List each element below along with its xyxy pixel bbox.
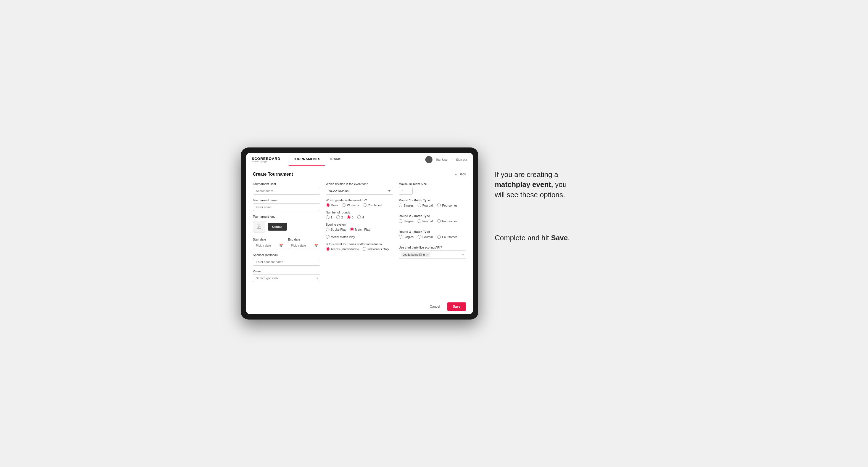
gender-womens[interactable]: Womens — [342, 203, 359, 207]
round1-singles-radio[interactable] — [399, 204, 402, 207]
team-teams-radio[interactable] — [326, 247, 330, 251]
team-individuals-radio[interactable] — [363, 247, 366, 251]
api-tag-label: Leaderboard King — [403, 253, 425, 256]
rounds-2-label: 2 — [341, 216, 343, 219]
upload-button[interactable]: Upload — [268, 223, 287, 230]
page-title: Create Tournament — [253, 172, 293, 177]
form-col-1: Tournament Host Tournament name Tourname… — [253, 182, 320, 282]
tournament-name-input[interactable] — [253, 203, 320, 211]
round2-singles-label: Singles — [404, 220, 414, 223]
scoring-medal-radio[interactable] — [326, 235, 330, 239]
round3-match-type: Round 3 - Match Type Singles Fourball — [399, 230, 466, 239]
round1-fourball[interactable]: Fourball — [417, 204, 434, 207]
team-individuals[interactable]: Individuals Only — [363, 247, 389, 251]
round3-fourball[interactable]: Fourball — [417, 235, 434, 239]
scoring-label: Scoring system — [326, 223, 393, 226]
nav-link-teams[interactable]: TEAMS — [325, 153, 346, 166]
round1-match-type: Round 1 - Match Type Singles Fourball — [399, 198, 466, 207]
round2-foursomes-label: Foursomes — [442, 220, 457, 223]
tournament-name-group: Tournament name — [253, 198, 320, 211]
nav-links: TOURNAMENTS TEAMS — [288, 153, 425, 166]
scoring-match-radio[interactable] — [350, 227, 354, 231]
scoring-medal-label: Medal Match Play — [331, 235, 355, 239]
rounds-label: Number of rounds — [326, 211, 393, 214]
gender-combined[interactable]: Combined — [363, 203, 382, 207]
round2-singles[interactable]: Singles — [399, 219, 414, 223]
gender-combined-radio[interactable] — [363, 203, 367, 207]
gender-combined-label: Combined — [368, 204, 382, 207]
round3-fourball-radio[interactable] — [417, 235, 421, 239]
round1-foursomes-label: Foursomes — [442, 204, 457, 207]
save-button[interactable]: Save — [447, 302, 466, 311]
rounds-group: Number of rounds 1 2 — [326, 211, 393, 219]
sponsor-group: Sponsor (optional) — [253, 253, 320, 266]
scoring-match[interactable]: Match Play — [350, 227, 370, 231]
rounds-2-radio[interactable] — [336, 215, 340, 219]
round3-radio-group: Singles Fourball Foursomes — [399, 235, 466, 239]
max-team-size-group: Maximum Team Size — [399, 182, 466, 195]
sponsor-label: Sponsor (optional) — [253, 253, 320, 256]
round3-foursomes-radio[interactable] — [437, 235, 441, 239]
round1-singles[interactable]: Singles — [399, 204, 414, 207]
top-annotation: If you are creating a matchplay event, y… — [495, 169, 572, 200]
api-tag-close[interactable]: ✕ — [426, 253, 428, 256]
team-individuals-label-text: Individuals Only — [368, 247, 389, 251]
cancel-button[interactable]: Cancel — [425, 302, 444, 311]
bottom-annotation-bold: Save — [551, 234, 568, 242]
end-date-group: End date 📅 — [288, 237, 320, 249]
bottom-annotation-prefix: Complete and hit — [495, 234, 551, 242]
venue-wrapper: ▾ — [253, 274, 320, 282]
division-select[interactable]: NCAA Division I — [326, 187, 393, 195]
round1-foursomes[interactable]: Foursomes — [437, 204, 457, 207]
rounds-3[interactable]: 3 — [347, 215, 353, 219]
scoring-stroke-radio[interactable] — [326, 227, 330, 231]
gender-mens-radio[interactable] — [326, 203, 330, 207]
back-button[interactable]: ← Back — [454, 172, 466, 176]
tournament-host-input[interactable] — [253, 187, 320, 195]
nav-link-tournaments[interactable]: TOURNAMENTS — [288, 153, 325, 166]
max-team-size-label: Maximum Team Size — [399, 182, 466, 186]
separator: | — [452, 158, 453, 161]
scoring-medal[interactable]: Medal Match Play — [326, 235, 355, 239]
gender-mens[interactable]: Mens — [326, 203, 338, 207]
round1-radio-group: Singles Fourball Foursomes — [399, 204, 466, 207]
venue-input[interactable] — [253, 274, 320, 282]
round2-foursomes[interactable]: Foursomes — [437, 219, 457, 223]
round2-label: Round 2 - Match Type — [399, 214, 466, 218]
app-title: SCOREBOARD — [252, 157, 281, 160]
round2-fourball[interactable]: Fourball — [417, 219, 434, 223]
rounds-2[interactable]: 2 — [336, 215, 343, 219]
sign-out-link[interactable]: Sign out — [456, 158, 467, 161]
scoring-stroke[interactable]: Stroke Play — [326, 227, 346, 231]
api-label: Use third-party live scoring API? — [399, 246, 466, 249]
round3-singles-radio[interactable] — [399, 235, 402, 239]
round2-foursomes-radio[interactable] — [437, 219, 441, 223]
gender-womens-radio[interactable] — [342, 203, 345, 207]
rounds-4-radio[interactable] — [358, 215, 361, 219]
form-columns: Tournament Host Tournament name Tourname… — [253, 182, 466, 282]
round3-foursomes[interactable]: Foursomes — [437, 235, 457, 239]
calendar-icon-end: 📅 — [314, 244, 318, 247]
venue-label: Venue — [253, 270, 320, 273]
api-tag: Leaderboard King ✕ — [401, 252, 430, 257]
chevron-down-icon: ▾ — [316, 276, 318, 280]
top-annotation-bold: matchplay event, — [495, 180, 553, 189]
round2-singles-radio[interactable] — [399, 219, 402, 223]
round1-fourball-radio[interactable] — [417, 204, 421, 207]
rounds-4[interactable]: 4 — [358, 215, 364, 219]
sponsor-input[interactable] — [253, 258, 320, 266]
round1-foursomes-radio[interactable] — [437, 204, 441, 207]
chevron-down-icon-api: ▾ — [462, 253, 464, 256]
date-group: Start date 📅 End date — [253, 237, 320, 249]
round3-singles[interactable]: Singles — [399, 235, 414, 239]
api-select-wrapper[interactable]: Leaderboard King ✕ ▾ — [399, 250, 466, 259]
rounds-1[interactable]: 1 — [326, 215, 333, 219]
round3-foursomes-label: Foursomes — [442, 235, 457, 239]
max-team-size-input[interactable] — [399, 187, 412, 195]
logo-placeholder — [253, 221, 265, 233]
tournament-logo-label: Tournament logo — [253, 215, 320, 218]
rounds-1-radio[interactable] — [326, 215, 330, 219]
team-teams[interactable]: Teams (+Individuals) — [326, 247, 359, 251]
round2-fourball-radio[interactable] — [417, 219, 421, 223]
rounds-3-radio[interactable] — [347, 215, 350, 219]
